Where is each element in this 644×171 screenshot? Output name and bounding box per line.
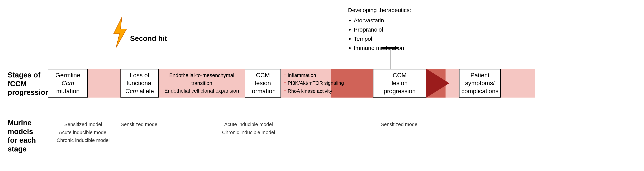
therapeutics-item-3: Tempol	[354, 34, 411, 44]
murine-model-germline: Sensitized modelAcute inducible modelChr…	[48, 120, 118, 144]
box-ccm-progression: CCMlesionprogression	[373, 69, 426, 98]
box-ccm-formation: CCMlesionformation	[245, 69, 281, 98]
murine-model-loss: Sensitized model	[120, 120, 159, 128]
box-patient: Patientsymptoms/complications	[459, 69, 501, 98]
svg-marker-0	[114, 17, 126, 48]
murine-model-ccm-formation: Acute inducible modelChronic inducible m…	[201, 120, 296, 136]
murine-label: Murine modelsfor each stage	[8, 118, 44, 154]
endothelial-text: Endothelial-to-mesenchymal transitionEnd…	[159, 69, 245, 98]
inflammation-text: ↑ Inflammation ↑ PI3K/Akt/mTOR signaling…	[281, 69, 373, 98]
therapeutics-item-2: Propranolol	[354, 25, 411, 34]
stages-label: Stages offCCMprogression	[8, 71, 44, 97]
therapeutics-annotation: Developing therapeutics: Atorvastatin Pr…	[348, 6, 411, 52]
red-arrow	[426, 69, 449, 98]
therapeutics-item-1: Atorvastatin	[354, 16, 411, 25]
box-loss: Loss offunctionalCcm allele	[120, 69, 159, 98]
lightning-bolt-icon	[109, 17, 130, 48]
second-hit-label: Second hit	[130, 34, 167, 43]
therapeutics-title: Developing therapeutics:	[348, 6, 411, 14]
box-germline: GermlineCcmmutation	[48, 69, 88, 98]
therapeutics-list: Atorvastatin Propranolol Tempol Immune m…	[348, 16, 411, 52]
diagram-container: Stages offCCMprogression Murine modelsfo…	[0, 0, 644, 171]
murine-model-ccm-progression: Sensitized model	[373, 120, 426, 128]
